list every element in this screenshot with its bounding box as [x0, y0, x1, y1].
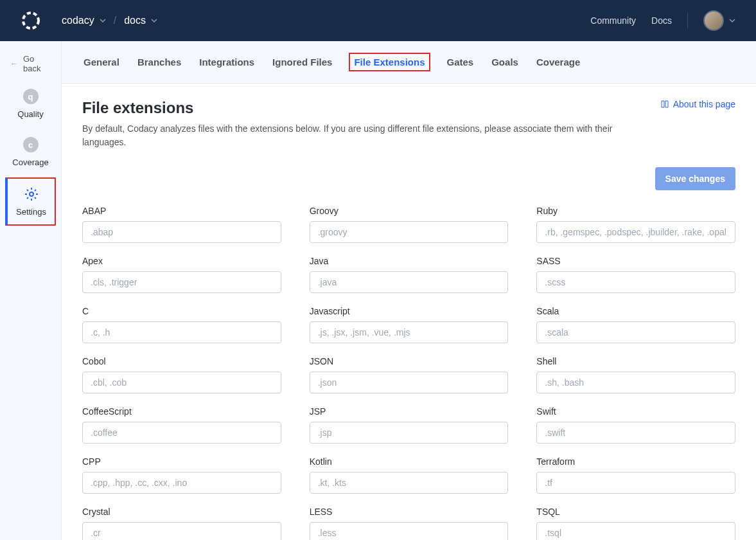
extension-label: ABAP [82, 206, 281, 216]
extension-label: Terraform [536, 456, 735, 467]
extension-label: Ruby [536, 206, 735, 216]
codacy-logo-icon [21, 10, 41, 31]
tab-goals[interactable]: Goals [490, 54, 520, 70]
extension-label: JSON [310, 356, 509, 366]
extension-input[interactable] [82, 472, 281, 494]
file-extensions-grid: ABAPGroovyRubyApexJavaSASSCJavascriptSca… [82, 206, 735, 540]
extension-field: TSQL [536, 507, 735, 540]
sidebar-item-label: Settings [16, 207, 46, 217]
docs-link[interactable]: Docs [651, 15, 672, 26]
arrow-left-icon: ← [10, 59, 18, 68]
extension-input[interactable] [310, 321, 509, 343]
extension-input[interactable] [82, 372, 281, 393]
extension-input[interactable] [536, 372, 735, 393]
page-title: File extensions [82, 99, 193, 117]
tab-file-extensions[interactable]: File Extensions [349, 53, 430, 71]
breadcrumb-separator: / [114, 15, 116, 26]
extension-field: Ruby [536, 206, 735, 243]
extension-field: Groovy [310, 206, 509, 243]
coverage-icon: c [23, 137, 39, 152]
extension-input[interactable] [82, 221, 281, 243]
page-description: By default, Codacy analyzes files with t… [82, 122, 628, 149]
extension-input[interactable] [82, 271, 281, 293]
extension-field: Kotlin [310, 456, 509, 494]
extension-input[interactable] [536, 422, 735, 444]
extension-field: SASS [536, 256, 735, 293]
extension-label: TSQL [536, 507, 735, 517]
chevron-down-icon [729, 17, 735, 24]
sidebar-item-label: Quality [17, 109, 43, 119]
main-content: General Branches Integrations Ignored Fi… [62, 41, 756, 540]
extension-field: Scala [536, 306, 735, 343]
extension-input[interactable] [536, 472, 735, 494]
chevron-down-icon [151, 17, 157, 24]
extension-field: Java [310, 256, 509, 293]
extension-input[interactable] [536, 522, 735, 540]
extension-input[interactable] [310, 522, 509, 540]
sidebar-item-coverage[interactable]: c Coverage [5, 129, 56, 175]
breadcrumb-org[interactable]: codacy [62, 15, 106, 26]
extension-field: Terraform [536, 456, 735, 494]
sidebar-item-quality[interactable]: q Quality [5, 81, 56, 127]
extension-input[interactable] [310, 372, 509, 393]
tab-general[interactable]: General [82, 54, 121, 70]
extension-label: Crystal [82, 507, 281, 517]
breadcrumb-repo[interactable]: docs [124, 15, 157, 26]
extension-input[interactable] [536, 221, 735, 243]
extension-field: ABAP [82, 206, 281, 243]
gear-icon [24, 186, 39, 202]
svg-point-0 [23, 13, 39, 28]
breadcrumb-org-label: codacy [62, 15, 94, 26]
about-page-label: About this page [673, 99, 735, 109]
extension-label: JSP [310, 406, 509, 417]
tab-ignored-files[interactable]: Ignored Files [271, 54, 333, 70]
breadcrumb-repo-label: docs [124, 15, 146, 26]
extension-input[interactable] [310, 422, 509, 444]
extension-input[interactable] [536, 321, 735, 343]
extension-field: Apex [82, 256, 281, 293]
extension-label: Apex [82, 256, 281, 266]
go-back-link[interactable]: ← Go back [0, 49, 61, 78]
sidebar-item-label: Coverage [12, 158, 48, 167]
extension-label: Cobol [82, 356, 281, 366]
extension-input[interactable] [82, 321, 281, 343]
extension-label: LESS [310, 507, 509, 517]
extension-field: LESS [310, 507, 509, 540]
sidebar-item-settings[interactable]: Settings [5, 177, 56, 226]
community-link[interactable]: Community [590, 15, 636, 26]
extension-input[interactable] [310, 472, 509, 494]
extension-input[interactable] [536, 271, 735, 293]
tab-branches[interactable]: Branches [136, 54, 182, 70]
go-back-label: Go back [23, 54, 51, 73]
extension-label: Javascript [310, 306, 509, 316]
extension-field: Shell [536, 356, 735, 393]
about-page-link[interactable]: About this page [660, 99, 735, 109]
quality-icon: q [23, 89, 39, 104]
user-menu[interactable] [703, 10, 735, 31]
extension-field: CoffeeScript [82, 406, 281, 444]
tabs-bar: General Branches Integrations Ignored Fi… [62, 41, 756, 84]
extension-label: SASS [536, 256, 735, 266]
avatar [703, 10, 724, 31]
extension-field: CPP [82, 456, 281, 494]
extension-field: Crystal [82, 507, 281, 540]
extension-field: Swift [536, 406, 735, 444]
topbar-right: Community Docs [590, 10, 735, 31]
extension-input[interactable] [82, 422, 281, 444]
extension-label: Swift [536, 406, 735, 417]
extension-field: JSP [310, 406, 509, 444]
topbar: codacy / docs Community Docs [0, 0, 756, 41]
extension-field: JSON [310, 356, 509, 393]
chevron-down-icon [100, 17, 106, 24]
extension-input[interactable] [82, 522, 281, 540]
tab-coverage[interactable]: Coverage [535, 54, 581, 70]
extension-label: Kotlin [310, 456, 509, 467]
extension-label: CPP [82, 456, 281, 467]
svg-point-1 [30, 192, 33, 196]
tab-integrations[interactable]: Integrations [198, 54, 256, 70]
extension-input[interactable] [310, 271, 509, 293]
save-button[interactable]: Save changes [655, 167, 735, 190]
tab-gates[interactable]: Gates [446, 54, 475, 70]
extension-input[interactable] [310, 221, 509, 243]
extension-field: Cobol [82, 356, 281, 393]
